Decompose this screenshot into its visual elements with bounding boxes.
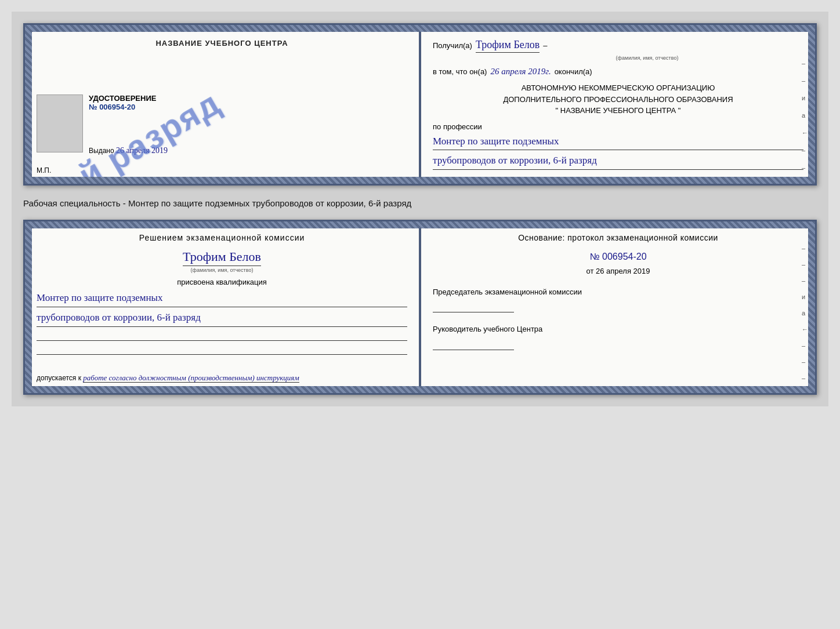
certificate-left-page: Решением экзаменационной комиссии Трофим… xyxy=(25,221,421,392)
date-field: 26 апреля 2019г. xyxy=(490,67,551,77)
rukovoditel-signature xyxy=(433,339,514,350)
vtom-line: в том, что он(а) 26 апреля 2019г. окончи… xyxy=(433,67,803,77)
rukovoditel-label: Руководитель учебного Центра xyxy=(433,324,803,335)
predsedatel-label: Председатель экзаменационной комиссии xyxy=(433,287,803,297)
cert-name-block: Трофим Белов (фамилия, имя, отчество) xyxy=(37,249,407,273)
org-name: " НАЗВАНИЕ УЧЕБНОГО ЦЕНТРА " xyxy=(433,105,803,117)
diploma-book: НАЗВАНИЕ УЧЕБНОГО ЦЕНТРА УДОСТОВЕРЕНИЕ №… xyxy=(23,23,817,186)
predsedatel-signature xyxy=(433,301,514,312)
ot-date: от 26 апреля 2019 xyxy=(433,267,803,275)
vydano-block: Выдано 26 апреля 2019 xyxy=(89,146,407,155)
vydano-date: 26 апреля 2019 xyxy=(116,146,168,155)
cert-line1 xyxy=(37,330,407,341)
recipient-name-top: Трофим Белов xyxy=(476,39,540,53)
cert-line2 xyxy=(37,344,407,355)
diploma-right-page: Получил(а) Трофим Белов – (фамилия, имя,… xyxy=(421,25,815,184)
middle-text: Рабочая специальность - Монтер по защите… xyxy=(23,195,817,210)
predsedatel-block: Председатель экзаменационной комиссии xyxy=(433,287,803,312)
org-line1: АВТОНОМНУЮ НЕКОММЕРЧЕСКУЮ ОРГАНИЗАЦИЮ xyxy=(433,82,803,94)
certificate-right-page: Основание: протокол экзаменационной коми… xyxy=(421,221,815,392)
profession-line2-top: трубопроводов от коррозии, 6-й разряд xyxy=(433,152,803,170)
profession-line1-top: Монтер по защите подземных xyxy=(433,133,803,151)
name-hint-top: (фамилия, имя, отчество) xyxy=(491,55,803,61)
rukovoditel-block: Руководитель учебного Центра xyxy=(433,324,803,350)
dopuskaetsya-block: допускается к работе согласно должностны… xyxy=(37,372,407,384)
diploma-left-page: НАЗВАНИЕ УЧЕБНОГО ЦЕНТРА УДОСТОВЕРЕНИЕ №… xyxy=(25,25,421,184)
poluchil-line: Получил(а) Трофим Белов – xyxy=(433,39,803,53)
ot-prefix: от xyxy=(586,267,593,275)
vtom-label: в том, что он(а) xyxy=(433,67,487,76)
dopuskaetsya-text: работе согласно должностным (производств… xyxy=(83,373,299,383)
dash-top: – xyxy=(543,41,547,50)
org-block: АВТОНОМНУЮ НЕКОММЕРЧЕСКУЮ ОРГАНИЗАЦИЮ ДО… xyxy=(433,82,803,117)
cert-profession-line1: Монтер по защите подземных xyxy=(37,290,407,307)
cert-profession-line2: трубопроводов от коррозии, 6-й разряд xyxy=(37,310,407,327)
cert-name-hint: (фамилия, имя, отчество) xyxy=(37,267,407,273)
right-side-decoration: – – и а ← – – – – xyxy=(802,60,808,184)
cert-date: 26 апреля 2019 xyxy=(596,267,650,275)
mp-label: М.П. xyxy=(37,166,51,174)
protokol-number: № 006954-20 xyxy=(433,252,803,262)
po-professii-label: по профессии xyxy=(433,122,803,131)
right-side-decoration-bottom: – – – и а ← – – – – xyxy=(802,245,808,392)
poluchil-label: Получил(а) xyxy=(433,41,472,50)
cert-recipient-name: Трофим Белов xyxy=(183,249,261,266)
diploma-left-title: НАЗВАНИЕ УЧЕБНОГО ЦЕНТРА xyxy=(37,39,407,48)
certificate-book: Решением экзаменационной комиссии Трофим… xyxy=(23,220,817,394)
dopuskaetsya-label: допускается к xyxy=(37,374,81,382)
osnovanie-title: Основание: протокол экзаменационной коми… xyxy=(433,233,803,242)
okochil-label: окончил(а) xyxy=(555,67,592,76)
diploma-number: № 006954-20 xyxy=(89,103,407,111)
page-wrapper: НАЗВАНИЕ УЧЕБНОГО ЦЕНТРА УДОСТОВЕРЕНИЕ №… xyxy=(12,12,828,406)
udostoverenie-title: УДОСТОВЕРЕНИЕ xyxy=(89,94,407,103)
prisvoena-label: присвоена квалификация xyxy=(37,278,407,286)
udostoverenie-block: УДОСТОВЕРЕНИЕ № 006954-20 xyxy=(89,94,407,111)
photo-placeholder xyxy=(37,94,83,152)
resheniem-title: Решением экзаменационной комиссии xyxy=(37,233,407,242)
org-line2: ДОПОЛНИТЕЛЬНОГО ПРОФЕССИОНАЛЬНОГО ОБРАЗО… xyxy=(433,94,803,106)
